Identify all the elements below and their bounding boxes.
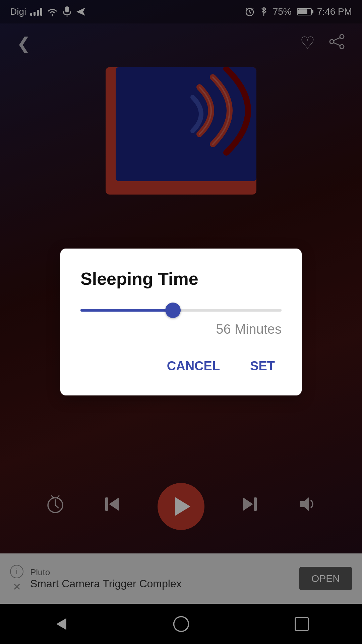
slider-value-label: 56 Minutes bbox=[80, 322, 282, 337]
set-button[interactable]: SET bbox=[243, 354, 282, 379]
dialog-title: Sleeping Time bbox=[80, 269, 282, 289]
time-slider-container: 56 Minutes bbox=[80, 309, 282, 337]
cancel-button[interactable]: CANCEL bbox=[160, 354, 227, 379]
sleeping-time-dialog: Sleeping Time 56 Minutes CANCEL SET bbox=[60, 249, 302, 395]
slider-track bbox=[80, 309, 282, 312]
dialog-actions: CANCEL SET bbox=[80, 354, 282, 379]
dialog-overlay: Sleeping Time 56 Minutes CANCEL SET bbox=[0, 0, 362, 644]
